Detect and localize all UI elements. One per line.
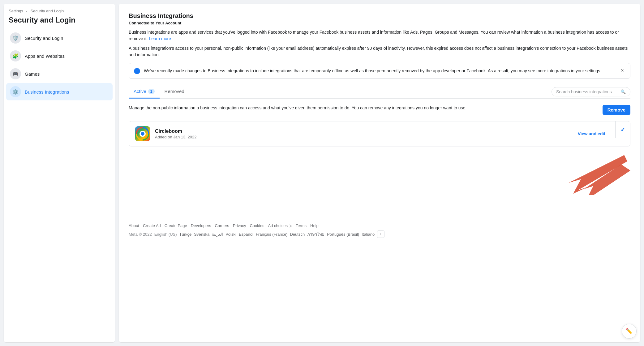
tab-removed-label: Removed — [165, 89, 184, 94]
integration-name: Circleboom — [155, 129, 573, 134]
edit-icon-button[interactable]: ✏️ — [622, 324, 637, 339]
learn-more-link[interactable]: Learn more — [149, 36, 171, 41]
integration-logo — [135, 126, 150, 141]
footer-link-developers[interactable]: Developers — [191, 223, 211, 228]
footer-bottom: Meta © 2022 English (US) Türkçe Svenska … — [129, 230, 630, 238]
footer-lang-polski[interactable]: Polski — [225, 232, 236, 237]
description-2: A business integration's access to your … — [129, 45, 630, 58]
arrow-svg-main — [513, 146, 630, 195]
more-languages-button[interactable]: + — [377, 230, 384, 238]
integration-date: Added on Jan 13, 2022 — [155, 135, 573, 139]
banner-text: We've recently made changes to Business … — [144, 68, 616, 74]
manage-row: Manage the non-public information a busi… — [129, 105, 630, 115]
footer-lang-portuguese[interactable]: Português (Brasil) — [327, 232, 359, 237]
footer-lang-italiano[interactable]: Italiano — [362, 232, 375, 237]
business-icon: ⚙️ — [10, 86, 21, 97]
search-icon: 🔍 — [620, 89, 626, 94]
breadcrumb-separator: › — [26, 9, 27, 13]
sidebar-item-security[interactable]: 🛡️ Security and Login — [6, 29, 113, 47]
tab-active-label: Active — [134, 89, 146, 94]
integration-card: Circleboom Added on Jan 13, 2022 View an… — [129, 121, 630, 146]
sidebar-item-games[interactable]: 🎮 Games — [6, 65, 113, 82]
footer-link-terms[interactable]: Terms — [296, 223, 307, 228]
tab-active[interactable]: Active 1 — [129, 85, 160, 99]
apps-icon: 🧩 — [10, 50, 21, 61]
close-banner-button[interactable]: × — [619, 68, 625, 73]
breadcrumb-current: Security and Login — [31, 9, 64, 13]
tab-removed[interactable]: Removed — [160, 85, 189, 99]
language-current: English (US) — [154, 232, 177, 237]
footer-lang-thai[interactable]: ภาษาไทย — [307, 231, 324, 238]
edit-icon: ✏️ — [626, 328, 633, 335]
sidebar-item-business-label: Business Integrations — [25, 89, 69, 95]
shield-icon: 🛡️ — [10, 32, 21, 44]
svg-point-2 — [141, 132, 144, 136]
footer-link-createpage[interactable]: Create Page — [165, 223, 187, 228]
footer-link-about[interactable]: About — [129, 223, 139, 228]
sidebar: Settings › Security and Login Security a… — [4, 4, 115, 342]
footer-lang-espanol[interactable]: Español — [239, 232, 253, 237]
svg-marker-5 — [569, 155, 627, 194]
breadcrumb: Settings › Security and Login — [6, 9, 113, 15]
info-banner: i We've recently made changes to Busines… — [129, 63, 630, 79]
view-edit-link[interactable]: View and edit — [578, 131, 605, 136]
check-mark-icon: ✓ — [620, 126, 625, 133]
integration-info: Circleboom Added on Jan 13, 2022 — [155, 129, 573, 139]
sidebar-item-games-label: Games — [25, 71, 40, 77]
footer-lang-turkce[interactable]: Türkçe — [179, 232, 192, 237]
footer-link-careers[interactable]: Careers — [215, 223, 229, 228]
sidebar-item-business[interactable]: ⚙️ Business Integrations — [6, 83, 113, 100]
games-icon: 🎮 — [10, 68, 21, 79]
footer-lang-deutsch[interactable]: Deutsch — [290, 232, 305, 237]
footer-link-cookies[interactable]: Cookies — [250, 223, 264, 228]
manage-text: Manage the non-public information a busi… — [129, 105, 596, 111]
sidebar-item-apps[interactable]: 🧩 Apps and Websites — [6, 47, 113, 65]
footer-lang-french[interactable]: Français (France) — [256, 232, 288, 237]
arrow-annotation — [129, 149, 630, 198]
tab-active-badge: 1 — [148, 89, 155, 94]
footer-link-adchoices[interactable]: Ad choices ▷ — [268, 223, 292, 228]
sidebar-item-apps-label: Apps and Websites — [25, 53, 65, 59]
tabs-list: Active 1 Removed — [129, 85, 189, 98]
sidebar-title: Security and Login — [6, 15, 113, 29]
description-1: Business integrations are apps and servi… — [129, 29, 630, 42]
search-box: 🔍 — [552, 87, 630, 96]
footer-links: About Create Ad Create Page Developers C… — [129, 223, 630, 228]
footer-lang-svenska[interactable]: Svenska — [194, 232, 209, 237]
main-content: Business Integrations Connected to Your … — [119, 4, 640, 342]
sidebar-item-security-label: Security and Login — [25, 36, 63, 41]
copyright: Meta © 2022 — [129, 232, 152, 237]
remove-button[interactable]: Remove — [603, 105, 630, 115]
footer-link-createad[interactable]: Create Ad — [143, 223, 161, 228]
footer-link-help[interactable]: Help — [310, 223, 319, 228]
footer-link-privacy[interactable]: Privacy — [233, 223, 246, 228]
breadcrumb-settings[interactable]: Settings — [9, 9, 23, 13]
footer-lang-arabic[interactable]: العربية — [212, 232, 223, 237]
search-input[interactable] — [556, 89, 618, 94]
page-subtitle: Connected to Your Account — [129, 21, 630, 25]
tabs-row: Active 1 Removed 🔍 — [129, 85, 630, 99]
check-column: ✓ — [615, 121, 630, 138]
info-icon: i — [134, 68, 140, 74]
footer: About Create Ad Create Page Developers C… — [129, 217, 630, 238]
page-title: Business Integrations — [129, 12, 630, 19]
